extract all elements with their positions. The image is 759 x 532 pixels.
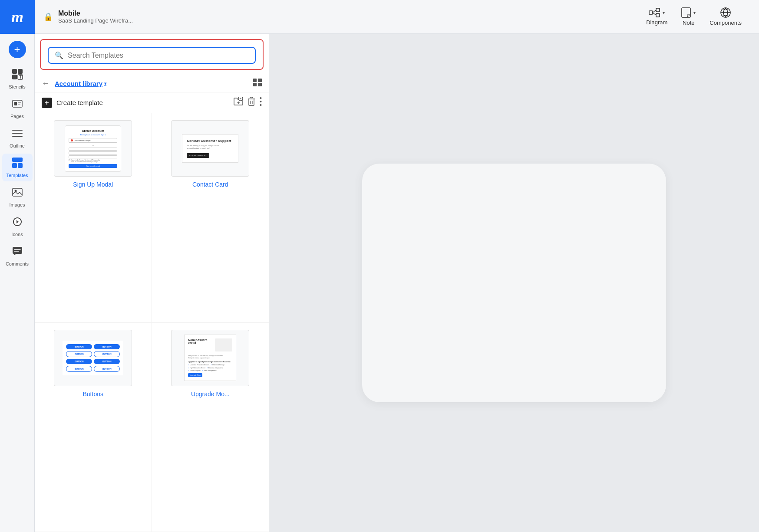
images-label: Images [9,202,25,207]
svg-text:+: + [240,97,242,101]
components-label: Components [710,20,742,26]
pages-label: Pages [10,114,24,119]
svg-rect-1 [656,8,660,12]
svg-rect-9 [18,69,23,74]
template-preview-buttons: BUTTON BUTTON BUTTON BUTTON BUTTON BUTTO… [54,330,132,386]
template-preview-signup: Create Account Already have an account? … [54,120,132,177]
svg-point-39 [260,101,262,102]
canvas-area[interactable] [269,34,759,532]
templates-grid: Create Account Already have an account? … [35,113,269,532]
components-tool[interactable]: Components [710,7,742,26]
library-header: ← Account library ▾ [35,75,269,92]
svg-rect-16 [18,104,20,105]
back-button[interactable]: ← [42,79,50,88]
template-name-signup: Sign Up Modal [73,181,113,188]
library-title[interactable]: Account library ▾ [55,80,106,87]
svg-rect-25 [13,247,22,254]
comments-label: Comments [6,261,29,266]
svg-rect-14 [14,102,17,105]
sidebar-item-icons[interactable]: Icons [2,213,33,240]
sidebar-item-comments[interactable]: Comments [2,242,33,270]
note-icon: ▾ [681,7,696,18]
header-tools: ▾ Diagram ▾ Note [646,7,759,26]
stencils-label: Stencils [9,84,26,89]
create-template-bar: + Create template + [35,92,269,113]
diagram-icon: ▾ [649,8,665,17]
svg-rect-22 [18,163,23,168]
template-name-buttons: Buttons [83,391,103,397]
svg-point-38 [260,97,262,99]
outline-icon [12,128,23,141]
svg-rect-2 [656,13,660,17]
svg-rect-13 [13,100,22,107]
svg-rect-15 [18,102,21,103]
svg-rect-5 [682,8,690,17]
project-subtitle: SaaS Landing Page Wirefra... [58,17,133,24]
delete-button[interactable] [248,97,255,108]
template-name-contact: Contact Card [192,181,228,188]
svg-text:T: T [19,75,22,79]
create-template-actions: + [234,97,262,108]
icons-icon [12,216,23,230]
title-area: 🔒 Mobile SaaS Landing Page Wirefra... [35,10,142,24]
create-template-icon: + [42,98,52,108]
svg-rect-28 [253,79,257,82]
template-item-signup[interactable]: Create Account Already have an account? … [35,113,152,323]
images-icon [12,187,23,200]
diagram-dropdown[interactable]: ▾ [663,10,665,15]
sidebar-item-stencils[interactable]: T Stencils [2,65,33,93]
svg-line-3 [653,10,656,13]
add-folder-button[interactable]: + [234,97,243,108]
add-button[interactable]: + [9,41,26,58]
list-view-button[interactable] [253,79,262,89]
diagram-tool[interactable]: ▾ Diagram [646,8,667,26]
sidebar-item-pages[interactable]: Pages [2,95,33,122]
lock-icon: 🔒 [43,12,53,22]
pages-icon [12,98,23,112]
svg-rect-21 [12,163,17,168]
svg-rect-23 [13,188,22,196]
template-item-contact[interactable]: Contact Customer Support We are waiting … [152,113,269,323]
header: m 🔒 Mobile SaaS Landing Page Wirefra... … [0,0,759,34]
canvas-content [362,164,666,402]
templates-label: Templates [6,173,28,178]
search-icon: 🔍 [55,51,63,59]
template-item-buttons[interactable]: BUTTON BUTTON BUTTON BUTTON BUTTON BUTTO… [35,323,152,532]
comments-icon [12,246,23,259]
svg-rect-8 [12,69,17,74]
note-tool[interactable]: ▾ Note [681,7,696,26]
more-options-button[interactable] [260,97,262,108]
svg-rect-20 [12,158,23,162]
library-title-text: Account library [55,80,102,87]
svg-rect-30 [253,83,257,86]
main: + T Stencils [0,34,759,532]
search-wrapper[interactable]: 🔍 [48,47,256,64]
svg-rect-31 [258,83,262,86]
title-text: Mobile SaaS Landing Page Wirefra... [58,10,133,24]
template-preview-contact: Contact Customer Support We are waiting … [171,120,249,177]
sidebar: + T Stencils [0,34,35,532]
svg-point-40 [260,104,262,106]
outline-label: Outline [10,143,25,148]
template-item-upgrade[interactable]: Nam posuereest ut Nam posuere ex odio ef… [152,323,269,532]
sidebar-item-outline[interactable]: Outline [2,124,33,152]
svg-rect-10 [12,75,17,79]
templates-icon [12,157,23,171]
icons-label: Icons [11,232,23,237]
components-icon [720,7,731,18]
sidebar-item-templates[interactable]: Templates [2,154,33,181]
svg-rect-29 [258,79,262,82]
add-icon: + [14,43,20,56]
templates-panel: 🔍 ← Account library ▾ + Cre [35,34,269,532]
search-area: 🔍 [40,39,264,70]
stencils-icon: T [12,69,23,82]
template-name-upgrade: Upgrade Mo... [191,391,230,397]
sidebar-item-images[interactable]: Images [2,183,33,211]
note-dropdown[interactable]: ▾ [693,10,696,15]
logo[interactable]: m [0,0,35,34]
template-preview-upgrade: Nam posuereest ut Nam posuere ex odio ef… [171,330,249,386]
search-input[interactable] [68,52,249,59]
svg-rect-0 [649,11,653,14]
svg-line-4 [653,13,656,15]
project-title: Mobile [58,10,133,17]
